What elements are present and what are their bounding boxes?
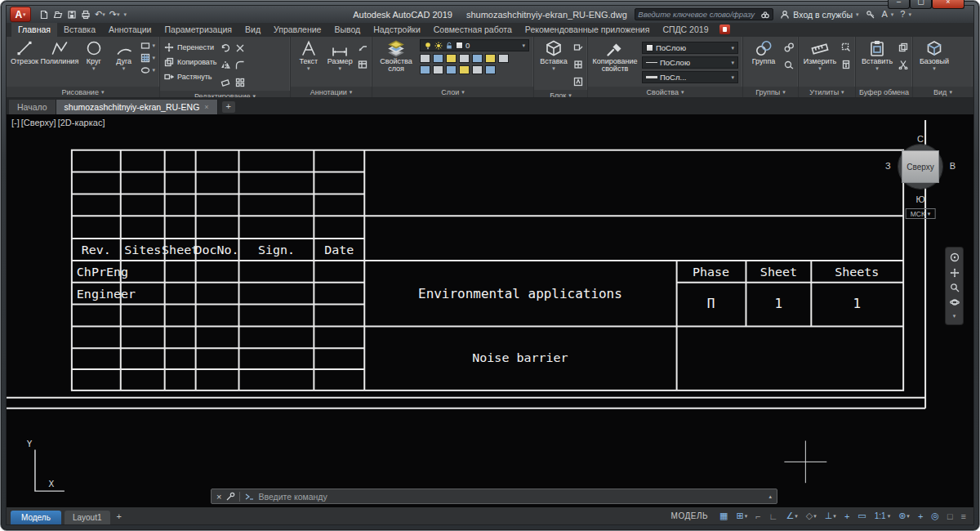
navbar-more-icon[interactable]: ▾ xyxy=(953,313,956,319)
drawing-canvas[interactable]: Rev. Sites Sheet DocNo. Sign. Date ChPrE… xyxy=(7,114,973,507)
ribbon-tab-annotate[interactable]: Аннотации xyxy=(102,23,158,37)
open-button[interactable] xyxy=(53,10,63,20)
layer-tool-icon[interactable] xyxy=(472,54,483,63)
layer-select[interactable]: 0 ▾ xyxy=(420,39,529,51)
file-tab-start[interactable]: Начало xyxy=(9,100,56,114)
statusbar-menu-icon[interactable]: ≡ xyxy=(958,511,969,521)
viewcube-south[interactable]: Ю xyxy=(885,194,956,204)
hatch-button[interactable]: ▾ xyxy=(140,53,155,63)
recent-commands-icon[interactable]: ▴ xyxy=(768,493,772,500)
panel-utilities-title[interactable]: Утилиты ▾ xyxy=(799,87,855,97)
viewcube-north[interactable]: С xyxy=(885,134,956,144)
model-tab[interactable]: Модель xyxy=(11,511,61,524)
annotation-scale[interactable]: 1:1▾ xyxy=(871,511,893,520)
dynamic-input-icon[interactable]: ▭ xyxy=(854,511,869,521)
osnap-icon[interactable]: ⊥▾ xyxy=(822,511,840,521)
erase-button[interactable] xyxy=(220,76,234,91)
polyline-button[interactable]: Полилиния xyxy=(42,39,77,65)
array-button[interactable] xyxy=(235,76,248,91)
layer-tool-icon[interactable] xyxy=(420,65,430,74)
layer-tool-icon[interactable] xyxy=(498,54,509,63)
ribbon-tab-parametric[interactable]: Параметризация xyxy=(158,23,239,37)
viewport-menu-control[interactable]: [-] xyxy=(11,118,20,127)
isolate-objects-icon[interactable]: ◎ xyxy=(928,511,942,521)
base-view-button[interactable]: Базовый ▾ xyxy=(917,39,951,71)
search-input[interactable] xyxy=(638,10,760,19)
mirror-button[interactable] xyxy=(220,59,234,74)
viewcube-west[interactable]: З xyxy=(885,161,891,171)
layer-tool-icon[interactable] xyxy=(485,65,496,74)
group-edit-button[interactable] xyxy=(784,58,794,73)
ribbon-tab-home[interactable]: Главная xyxy=(11,23,57,37)
text-button[interactable]: Текст ▾ xyxy=(295,39,323,71)
circle-button[interactable]: Круг ▾ xyxy=(81,39,107,71)
zoom-icon[interactable] xyxy=(950,283,960,292)
spds-app-icon[interactable] xyxy=(719,25,730,34)
leader-button[interactable] xyxy=(358,41,368,56)
layer-tool-icon[interactable] xyxy=(459,65,470,74)
ribbon-tab-manage[interactable]: Управление xyxy=(267,23,327,37)
model-space-viewport[interactable]: Rev. Sites Sheet DocNo. Sign. Date ChPrE… xyxy=(7,114,973,507)
viewcube[interactable]: С Сверху З В Ю МСК ▾ xyxy=(885,134,956,225)
minimize-button[interactable]: – xyxy=(888,0,910,9)
group-button[interactable]: Группа xyxy=(747,39,780,65)
pan-icon[interactable] xyxy=(950,268,960,278)
block-attributes-button[interactable] xyxy=(573,75,583,90)
snap-icon[interactable]: ⊞▾ xyxy=(733,511,751,521)
layer-tool-icon[interactable] xyxy=(446,54,457,63)
ortho-icon[interactable]: ∟ xyxy=(766,511,782,521)
steering-wheel-icon[interactable] xyxy=(950,252,960,262)
insert-block-button[interactable]: Вставка ▾ xyxy=(538,39,569,71)
model-space-indicator[interactable]: МОДЕЛЬ xyxy=(671,511,708,520)
layer-tool-icon[interactable] xyxy=(472,65,483,74)
fillet-button[interactable] xyxy=(235,59,248,74)
linetype-select[interactable]: ПоСлою ▾ xyxy=(642,56,738,69)
qat-customize-caret-icon[interactable]: ▾ xyxy=(123,11,127,18)
polar-tracking-icon[interactable]: ∠▾ xyxy=(782,511,800,521)
grid-icon[interactable]: ▦ xyxy=(716,511,731,521)
ribbon-tab-insert[interactable]: Вставка xyxy=(57,23,102,37)
ribbon-tab-view[interactable]: Вид xyxy=(238,23,267,37)
lineweight-select[interactable]: ПоСл... ▾ xyxy=(642,71,738,83)
new-tab-button[interactable]: + xyxy=(222,101,235,113)
new-layout-button[interactable]: + xyxy=(112,511,127,521)
customization-gear-icon[interactable]: ⊛▾ xyxy=(895,511,913,521)
close-button[interactable]: × xyxy=(932,0,964,9)
command-line[interactable]: × Введите команду ▴ xyxy=(211,489,777,504)
clean-screen-icon[interactable]: □ xyxy=(944,511,956,521)
panel-view-title[interactable]: Вид ▾ xyxy=(913,87,973,97)
arc-button[interactable]: Дуга ▾ xyxy=(111,39,137,71)
copy-button[interactable]: Копировать xyxy=(164,56,216,69)
copy-clip-button[interactable] xyxy=(898,41,908,56)
plot-button[interactable] xyxy=(81,10,91,20)
isodraft-icon[interactable]: ◇▾ xyxy=(803,511,820,521)
edit-block-button[interactable] xyxy=(573,41,583,56)
maximize-button[interactable]: ▢ xyxy=(910,0,932,9)
ellipse-button[interactable]: ▾ xyxy=(140,65,155,75)
save-button[interactable] xyxy=(67,10,77,20)
viewcube-top-face[interactable]: Сверху xyxy=(902,150,939,183)
layer-tool-icon[interactable] xyxy=(459,54,470,63)
layer-tool-icon[interactable] xyxy=(420,54,430,63)
paste-button[interactable]: Вставить ▾ xyxy=(860,39,894,71)
panel-properties-title[interactable]: Свойства ▾ xyxy=(588,87,742,97)
panel-block-title[interactable]: Блок ▾ xyxy=(534,90,587,98)
undo-button[interactable]: ↶ ▾ xyxy=(95,10,105,19)
ribbon-tab-output[interactable]: Вывод xyxy=(327,23,367,37)
table-button[interactable] xyxy=(358,58,368,73)
viewcube-ucs-menu[interactable]: МСК ▾ xyxy=(906,208,936,219)
crosshair-toggle-icon[interactable]: + xyxy=(915,511,926,521)
command-input[interactable]: Введите команду xyxy=(258,492,327,502)
redo-button[interactable]: ↷ ▾ xyxy=(109,10,120,19)
quick-select-button[interactable] xyxy=(841,41,851,56)
panel-groups-title[interactable]: Группы ▾ xyxy=(743,87,798,97)
ribbon-tab-collaborate[interactable]: Совместная работа xyxy=(427,23,519,37)
measure-button[interactable]: Измерить ▾ xyxy=(803,39,837,71)
line-button[interactable]: Отрезок xyxy=(11,39,38,65)
view-control[interactable]: [Сверху] xyxy=(21,118,56,127)
ungroup-button[interactable] xyxy=(784,41,794,56)
application-menu-button[interactable]: A ▾ xyxy=(10,7,31,22)
layer-tool-icon[interactable] xyxy=(446,65,457,74)
otrack-icon[interactable]: + xyxy=(841,511,853,521)
dimension-button[interactable]: Размер ▾ xyxy=(327,39,354,71)
